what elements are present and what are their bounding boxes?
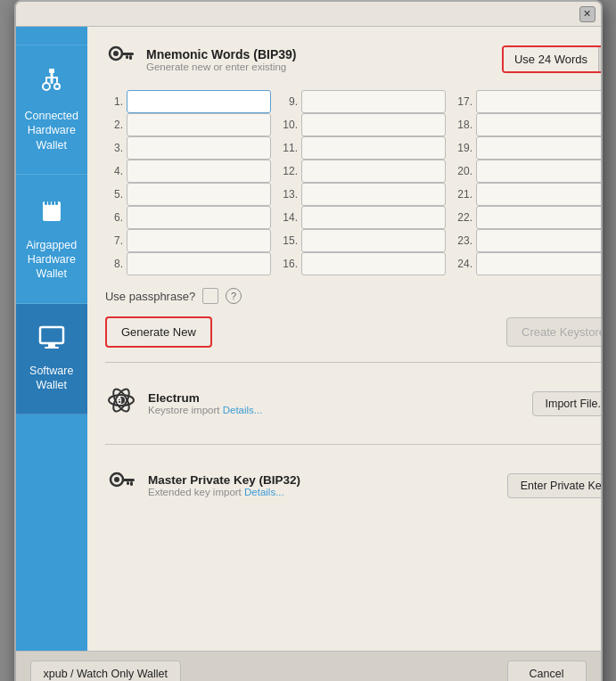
svg-point-25: [114, 477, 119, 482]
mnemonic-key-icon: [105, 41, 136, 78]
word-num-15: 15.: [280, 234, 298, 247]
word-input-16[interactable]: [301, 252, 446, 275]
svg-rect-10: [55, 198, 58, 205]
word-num-20: 20.: [455, 165, 472, 177]
word-input-23[interactable]: [476, 229, 603, 252]
word-num-4: 4.: [105, 165, 123, 177]
electrum-details-link[interactable]: Details...: [223, 405, 263, 415]
svg-rect-13: [45, 347, 59, 349]
enter-private-key-button[interactable]: Enter Private Key: [507, 473, 603, 498]
passphrase-checkbox[interactable]: [202, 288, 218, 304]
use-words-dropdown-button[interactable]: ▼: [598, 47, 602, 71]
passphrase-help-icon[interactable]: ?: [226, 288, 242, 304]
word-num-19: 19.: [455, 142, 472, 154]
word-input-1[interactable]: [127, 90, 271, 113]
airgap-icon: [39, 196, 64, 231]
word-num-8: 8.: [105, 258, 123, 270]
word-input-7[interactable]: [127, 229, 271, 252]
electrum-title: Electrum: [148, 391, 262, 405]
word-input-4[interactable]: [127, 160, 271, 183]
word-num-23: 23.: [455, 234, 472, 247]
word-num-1: 1.: [105, 95, 123, 108]
word-row-14: 14.: [280, 206, 446, 229]
master-key-subtitle: Extended key import Details...: [148, 487, 300, 497]
word-row-16: 16.: [280, 252, 446, 275]
electrum-import-left: ₿ Electrum Keystore import Details...: [105, 384, 262, 423]
word-input-5[interactable]: [127, 183, 271, 206]
usb-icon: [37, 67, 66, 102]
master-key-title: Master Private Key (BIP32): [148, 473, 300, 487]
word-input-13[interactable]: [301, 183, 446, 206]
word-input-17[interactable]: [476, 90, 603, 113]
word-num-18: 18.: [455, 119, 472, 131]
word-column-3: 17. 18. 19. 20.: [455, 90, 603, 275]
word-input-18[interactable]: [476, 113, 603, 136]
sidebar-item-airgapped-label: AirgappedHardware Wallet: [25, 238, 78, 282]
xpub-button[interactable]: xpub / Watch Only Wallet: [30, 660, 181, 681]
word-num-3: 3.: [105, 142, 123, 154]
word-num-21: 21.: [455, 188, 472, 201]
word-input-24[interactable]: [476, 252, 603, 275]
word-input-14[interactable]: [301, 206, 446, 229]
mnemonic-title: Mnemonic Words (BIP39): [146, 47, 297, 62]
sidebar-item-connected-hardware[interactable]: ConnectedHardware Wallet: [16, 45, 87, 175]
sidebar-item-software-wallet[interactable]: Software Wallet: [16, 304, 87, 415]
word-row-15: 15.: [280, 229, 446, 252]
word-num-16: 16.: [280, 258, 298, 270]
master-key-icon: [105, 466, 137, 505]
word-input-9[interactable]: [301, 90, 446, 113]
master-key-details-link[interactable]: Details...: [244, 487, 284, 497]
svg-rect-27: [130, 481, 133, 486]
action-row: Generate New Create Keystore: [105, 316, 603, 348]
svg-rect-7: [45, 198, 47, 205]
word-input-20[interactable]: [476, 160, 603, 183]
master-key-import-left: Master Private Key (BIP32) Extended key …: [105, 466, 300, 505]
sidebar: ConnectedHardware Wallet AirgappedHardwa…: [16, 27, 87, 651]
cancel-button[interactable]: Cancel: [507, 660, 587, 681]
word-row-2: 2.: [105, 113, 271, 136]
word-input-10[interactable]: [301, 113, 446, 136]
svg-point-15: [113, 51, 119, 56]
bottom-bar: xpub / Watch Only Wallet Cancel: [16, 651, 601, 681]
use-words-button[interactable]: Use 24 Words: [504, 47, 598, 71]
word-num-10: 10.: [280, 119, 298, 131]
word-row-24: 24.: [455, 252, 603, 275]
master-key-import-section: Master Private Key (BIP32) Extended key …: [105, 459, 603, 512]
word-num-6: 6.: [105, 211, 123, 224]
word-input-8[interactable]: [127, 252, 271, 275]
svg-rect-11: [40, 327, 63, 343]
word-input-21[interactable]: [476, 183, 603, 206]
word-input-11[interactable]: [301, 136, 446, 160]
word-input-12[interactable]: [301, 160, 446, 183]
svg-rect-12: [48, 343, 55, 347]
mnemonic-title-text: Mnemonic Words (BIP39) Generate new or e…: [146, 47, 297, 72]
word-row-12: 12.: [280, 160, 446, 183]
sidebar-item-airgapped-hardware[interactable]: AirgappedHardware Wallet: [16, 175, 87, 304]
word-num-7: 7.: [105, 234, 123, 247]
word-num-14: 14.: [280, 211, 298, 224]
word-num-17: 17.: [455, 95, 472, 108]
svg-rect-18: [126, 55, 128, 59]
close-button[interactable]: ✕: [579, 6, 595, 22]
create-keystore-button: Create Keystore: [506, 317, 602, 347]
word-input-15[interactable]: [301, 229, 446, 252]
word-row-19: 19.: [455, 136, 603, 160]
word-row-7: 7.: [105, 229, 271, 252]
generate-new-button[interactable]: Generate New: [105, 316, 212, 348]
word-row-21: 21.: [455, 183, 603, 206]
electrum-import-button[interactable]: Import File...: [532, 391, 603, 416]
word-row-9: 9.: [280, 90, 446, 113]
word-input-3[interactable]: [127, 136, 271, 160]
word-row-23: 23.: [455, 229, 603, 252]
use-words-group: Use 24 Words ▼: [502, 45, 603, 73]
svg-point-2: [43, 83, 50, 90]
word-input-19[interactable]: [476, 136, 603, 160]
word-input-6[interactable]: [127, 206, 271, 229]
svg-rect-28: [127, 481, 129, 485]
word-num-2: 2.: [105, 119, 123, 131]
svg-rect-26: [122, 479, 135, 481]
word-input-2[interactable]: [127, 113, 271, 136]
svg-rect-0: [49, 69, 54, 73]
word-input-22[interactable]: [476, 206, 603, 229]
sidebar-item-connected-label: ConnectedHardware Wallet: [25, 109, 78, 152]
